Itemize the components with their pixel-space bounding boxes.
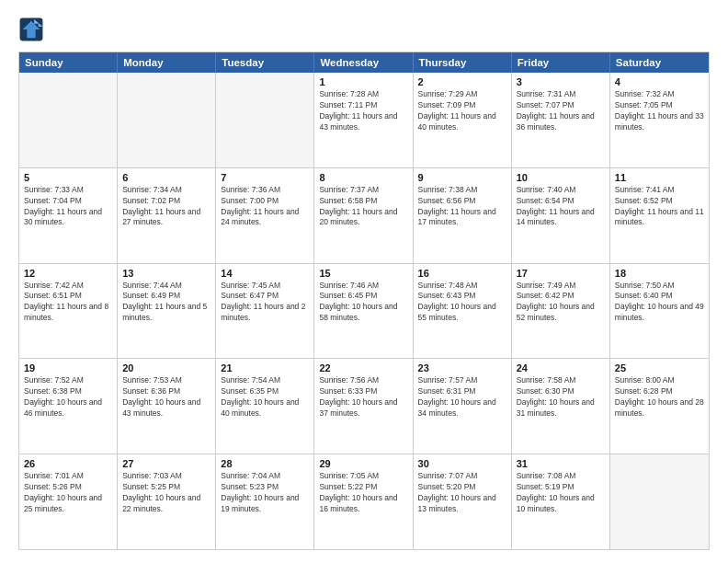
day-number: 2 [418, 76, 506, 87]
header-cell-monday: Monday [118, 52, 216, 73]
day-cell-25: 25Sunrise: 8:00 AMSunset: 6:28 PMDayligh… [610, 359, 709, 454]
sunrise-text: Sunrise: 7:03 AM [122, 471, 210, 482]
sunset-text: Sunset: 7:07 PM [517, 100, 605, 111]
sunset-text: Sunset: 6:36 PM [122, 386, 210, 397]
sunset-text: Sunset: 6:43 PM [418, 291, 506, 302]
calendar-header: SundayMondayTuesdayWednesdayThursdayFrid… [19, 52, 709, 73]
daylight-text: Daylight: 10 hours and 55 minutes. [418, 302, 506, 324]
day-cell-2: 2Sunrise: 7:29 AMSunset: 7:09 PMDaylight… [414, 73, 512, 167]
calendar-row-2: 12Sunrise: 7:42 AMSunset: 6:51 PMDayligh… [19, 263, 709, 359]
day-number: 13 [122, 268, 210, 279]
day-cell-31: 31Sunrise: 7:08 AMSunset: 5:19 PMDayligh… [512, 454, 610, 549]
logo [18, 17, 48, 42]
sunset-text: Sunset: 6:58 PM [319, 196, 407, 207]
sunset-text: Sunset: 5:20 PM [418, 482, 506, 493]
day-cell-7: 7Sunrise: 7:36 AMSunset: 7:00 PMDaylight… [216, 168, 314, 263]
day-number: 26 [24, 458, 112, 469]
header-cell-sunday: Sunday [19, 52, 118, 73]
day-cell-5: 5Sunrise: 7:33 AMSunset: 7:04 PMDaylight… [19, 168, 118, 263]
empty-cell [118, 73, 216, 167]
sunrise-text: Sunrise: 7:53 AM [122, 375, 210, 386]
day-number: 17 [517, 268, 605, 279]
sunrise-text: Sunrise: 7:52 AM [24, 375, 112, 386]
day-cell-3: 3Sunrise: 7:31 AMSunset: 7:07 PMDaylight… [512, 73, 610, 167]
sunset-text: Sunset: 6:40 PM [615, 291, 704, 302]
header-cell-thursday: Thursday [414, 52, 512, 73]
sunset-text: Sunset: 6:51 PM [24, 291, 112, 302]
daylight-text: Daylight: 11 hours and 8 minutes. [24, 302, 112, 324]
day-cell-16: 16Sunrise: 7:48 AMSunset: 6:43 PMDayligh… [414, 264, 512, 359]
daylight-text: Daylight: 10 hours and 37 minutes. [319, 397, 407, 419]
calendar-row-0: 1Sunrise: 7:28 AMSunset: 7:11 PMDaylight… [19, 73, 709, 167]
daylight-text: Daylight: 10 hours and 13 minutes. [418, 493, 506, 515]
daylight-text: Daylight: 11 hours and 5 minutes. [122, 302, 210, 324]
daylight-text: Daylight: 11 hours and 20 minutes. [319, 207, 407, 229]
day-number: 6 [122, 172, 210, 183]
sunrise-text: Sunrise: 7:33 AM [24, 185, 112, 196]
daylight-text: Daylight: 10 hours and 19 minutes. [221, 493, 309, 515]
daylight-text: Daylight: 11 hours and 24 minutes. [221, 207, 309, 229]
calendar-row-4: 26Sunrise: 7:01 AMSunset: 5:26 PMDayligh… [19, 454, 709, 549]
sunrise-text: Sunrise: 7:05 AM [319, 471, 407, 482]
sunset-text: Sunset: 6:54 PM [517, 196, 605, 207]
day-cell-6: 6Sunrise: 7:34 AMSunset: 7:02 PMDaylight… [118, 168, 216, 263]
sunset-text: Sunset: 6:49 PM [122, 291, 210, 302]
day-number: 12 [24, 268, 112, 279]
daylight-text: Daylight: 11 hours and 43 minutes. [319, 111, 407, 133]
header-cell-saturday: Saturday [610, 52, 709, 73]
header-cell-wednesday: Wednesday [314, 52, 413, 73]
sunset-text: Sunset: 7:00 PM [221, 196, 309, 207]
daylight-text: Daylight: 10 hours and 34 minutes. [418, 397, 506, 419]
day-number: 29 [319, 458, 407, 469]
sunset-text: Sunset: 7:02 PM [122, 196, 210, 207]
day-cell-21: 21Sunrise: 7:54 AMSunset: 6:35 PMDayligh… [216, 359, 314, 454]
daylight-text: Daylight: 10 hours and 46 minutes. [24, 397, 112, 419]
sunset-text: Sunset: 6:33 PM [319, 386, 407, 397]
day-number: 25 [615, 362, 704, 373]
calendar-row-1: 5Sunrise: 7:33 AMSunset: 7:04 PMDaylight… [19, 167, 709, 263]
sunset-text: Sunset: 7:04 PM [24, 196, 112, 207]
sunset-text: Sunset: 6:38 PM [24, 386, 112, 397]
day-number: 21 [221, 362, 309, 373]
daylight-text: Daylight: 10 hours and 49 minutes. [615, 302, 704, 324]
day-number: 31 [517, 458, 605, 469]
sunrise-text: Sunrise: 7:50 AM [615, 281, 704, 292]
daylight-text: Daylight: 10 hours and 40 minutes. [221, 397, 309, 419]
sunrise-text: Sunrise: 7:54 AM [221, 375, 309, 386]
daylight-text: Daylight: 11 hours and 36 minutes. [517, 111, 605, 133]
sunset-text: Sunset: 5:23 PM [221, 482, 309, 493]
sunset-text: Sunset: 6:31 PM [418, 386, 506, 397]
day-cell-23: 23Sunrise: 7:57 AMSunset: 6:31 PMDayligh… [414, 359, 512, 454]
day-number: 24 [517, 362, 605, 373]
sunrise-text: Sunrise: 7:44 AM [122, 281, 210, 292]
day-number: 16 [418, 268, 506, 279]
header-cell-tuesday: Tuesday [216, 52, 314, 73]
day-cell-27: 27Sunrise: 7:03 AMSunset: 5:25 PMDayligh… [118, 454, 216, 549]
day-number: 22 [319, 362, 407, 373]
day-cell-17: 17Sunrise: 7:49 AMSunset: 6:42 PMDayligh… [512, 264, 610, 359]
sunrise-text: Sunrise: 7:36 AM [221, 185, 309, 196]
sunset-text: Sunset: 6:35 PM [221, 386, 309, 397]
sunrise-text: Sunrise: 7:46 AM [319, 281, 407, 292]
daylight-text: Daylight: 10 hours and 22 minutes. [122, 493, 210, 515]
day-cell-13: 13Sunrise: 7:44 AMSunset: 6:49 PMDayligh… [118, 264, 216, 359]
day-number: 19 [24, 362, 112, 373]
day-number: 5 [24, 172, 112, 183]
daylight-text: Daylight: 10 hours and 16 minutes. [319, 493, 407, 515]
day-cell-24: 24Sunrise: 7:58 AMSunset: 6:30 PMDayligh… [512, 359, 610, 454]
sunrise-text: Sunrise: 7:58 AM [517, 375, 605, 386]
day-number: 8 [319, 172, 407, 183]
sunrise-text: Sunrise: 7:41 AM [615, 185, 704, 196]
day-number: 14 [221, 268, 309, 279]
sunrise-text: Sunrise: 7:57 AM [418, 375, 506, 386]
daylight-text: Daylight: 11 hours and 33 minutes. [615, 111, 704, 133]
logo-icon [18, 17, 44, 42]
sunrise-text: Sunrise: 7:28 AM [319, 89, 407, 100]
daylight-text: Daylight: 10 hours and 52 minutes. [517, 302, 605, 324]
daylight-text: Daylight: 11 hours and 17 minutes. [418, 207, 506, 229]
day-cell-15: 15Sunrise: 7:46 AMSunset: 6:45 PMDayligh… [314, 264, 413, 359]
day-cell-26: 26Sunrise: 7:01 AMSunset: 5:26 PMDayligh… [19, 454, 118, 549]
day-number: 28 [221, 458, 309, 469]
sunrise-text: Sunrise: 7:34 AM [122, 185, 210, 196]
day-cell-11: 11Sunrise: 7:41 AMSunset: 6:52 PMDayligh… [610, 168, 709, 263]
